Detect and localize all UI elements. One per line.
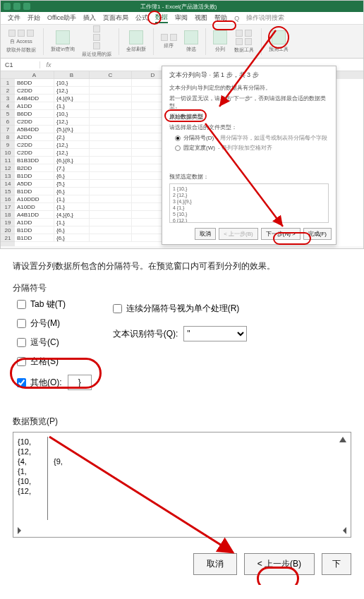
chk-tab[interactable]: Tab 键(T)	[17, 298, 92, 310]
chk-semicolon[interactable]: 分号(M)	[17, 317, 92, 329]
tab-insert[interactable]: 插入	[83, 13, 96, 23]
chk-space[interactable]: 空格(S)	[17, 356, 92, 368]
undo-icon[interactable]	[13, 3, 20, 10]
wiz1-finish-button[interactable]: 完成(F)	[303, 228, 332, 240]
quick-access-toolbar	[4, 3, 30, 10]
tab-office[interactable]: Office助手	[47, 13, 76, 23]
other-delimiter-input[interactable]	[68, 375, 92, 390]
wiz1-next-button[interactable]: 下一步(N) >	[261, 228, 301, 240]
wizard2-desc: 请设置分列数据所包含的分隔符号。在预览窗口内可看到分列的效果。	[13, 260, 351, 272]
tab-help[interactable]: 帮助	[214, 13, 227, 23]
wiz2-back-button[interactable]: < 上一步(B)	[244, 553, 315, 575]
grp-external-data[interactable]: 自 Access 获取外部数据	[6, 30, 36, 54]
tab-file[interactable]: 文件	[8, 13, 20, 23]
text-wizard-step2: 请设置分列数据所包含的分隔符号。在预览窗口内可看到分列的效果。 分隔符号 Tab…	[0, 249, 364, 585]
grp-sort-filter[interactable]: 排序	[161, 34, 177, 49]
grp-connections[interactable]: 全部刷新	[126, 30, 146, 53]
preview-legend: 数据预览(P)	[13, 416, 351, 428]
excel-screenshot: 工作簿1 - Excel(产品激活失败) 文件 开始 Office助手 插入 页…	[0, 0, 364, 249]
wizard2-preview: {10,{12,{4,{1,{10,{12, {9,	[13, 432, 351, 538]
filter-icon[interactable]	[184, 30, 198, 44]
ribbon-tabs: 文件 开始 Office助手 插入 页面布局 公式 数据 审阅 视图 帮助 Q …	[1, 12, 363, 25]
scroll-right-icon[interactable]	[342, 527, 346, 534]
wiz2-cancel-button[interactable]: 取消	[193, 553, 237, 575]
tell-me-icon[interactable]: Q	[234, 15, 239, 22]
wizard1-preview: 1 {10,}2 {12,}3 {4,}{9,}4 {1,}5 {10,}6 {…	[169, 183, 329, 223]
chk-other[interactable]: 其他(O):	[17, 377, 62, 389]
tab-home[interactable]: 开始	[28, 13, 40, 23]
titlebar: 工作簿1 - Excel(产品激活失败)	[1, 1, 363, 12]
wiz1-cancel-button[interactable]: 取消	[195, 228, 216, 240]
tab-view[interactable]: 视图	[195, 13, 207, 23]
chk-consecutive[interactable]: 连续分隔符号视为单个处理(R)	[113, 303, 248, 315]
redo-icon[interactable]	[23, 3, 30, 10]
window-title: 工作簿1 - Excel(产品激活失败)	[140, 3, 217, 11]
ribbon: 自 Access 获取外部数据 新建\n查询 最近使用的源 全部刷新 排序 筛选…	[1, 25, 363, 59]
grp-text-to-columns[interactable]: 分列	[213, 30, 227, 53]
refresh-icon[interactable]	[129, 30, 143, 44]
tab-review[interactable]: 审阅	[175, 13, 188, 23]
tab-data[interactable]: 数据	[155, 13, 168, 23]
wiz2-next-button[interactable]: 下	[322, 553, 351, 575]
tab-layout[interactable]: 页面布局	[103, 13, 128, 23]
scroll-up-icon[interactable]	[339, 437, 346, 442]
row-headers: 123456789101112131415161718192021	[1, 71, 15, 246]
delimiters-legend: 分隔符号	[13, 282, 351, 294]
tell-me[interactable]: 操作说明搜索	[246, 13, 284, 23]
text-qualifier-label: 文本识别符号(Q):	[113, 328, 178, 340]
wizard1-title: 文本分列向导 · 第 1 步，共 3 步	[169, 71, 329, 80]
chk-comma[interactable]: 逗号(C)	[17, 337, 92, 349]
text-to-columns-icon[interactable]	[213, 30, 227, 44]
text-wizard-step1: 文本分列向导 · 第 1 步，共 3 步 文本分列向导判定您的数据具有分隔符。 …	[162, 66, 336, 245]
wiz1-back-button[interactable]: < 上一步(B)	[219, 228, 258, 240]
scroll-left-icon[interactable]	[18, 527, 22, 534]
grp-get-transform[interactable]: 新建\n查询	[51, 30, 75, 53]
name-box[interactable]: C1	[1, 61, 40, 68]
tab-formula[interactable]: 公式	[135, 13, 148, 23]
new-query-icon[interactable]	[56, 30, 70, 44]
save-icon[interactable]	[4, 3, 11, 10]
radio-delimited[interactable]: 分隔符号(D) - 用分隔字符，如逗号或制表符分隔每个字段	[175, 134, 329, 142]
text-qualifier-select[interactable]: "	[183, 326, 247, 341]
fx-icon[interactable]: fx	[40, 61, 57, 68]
radio-fixed-width[interactable]: 固定宽度(W) - 每列字段加空格对齐	[175, 144, 329, 152]
